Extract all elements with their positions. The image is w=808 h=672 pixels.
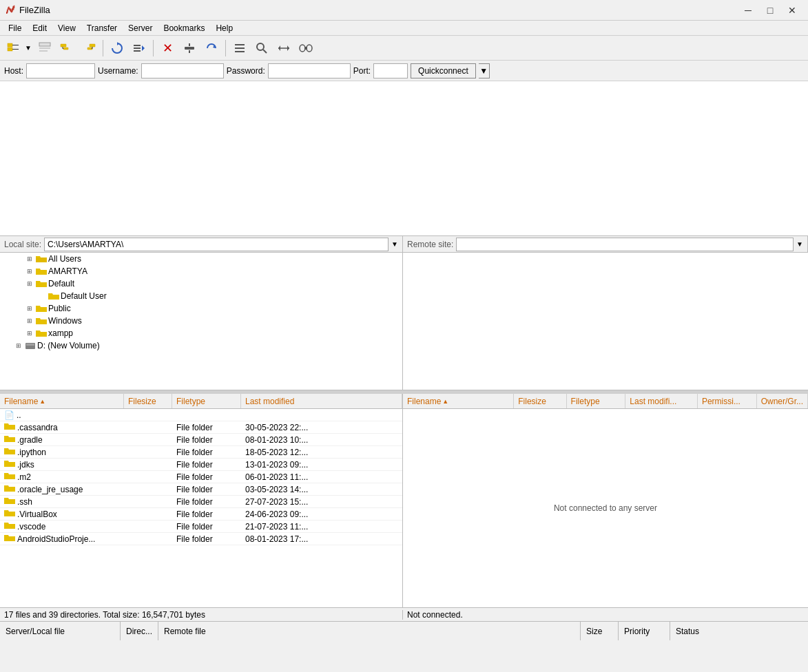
- folder-icon: [4, 533, 15, 545]
- col-lastmodified[interactable]: Last modified: [241, 394, 402, 408]
- svg-marker-15: [117, 42, 119, 45]
- folder-icon: [36, 304, 47, 313]
- col-label: Filesize: [518, 397, 546, 406]
- file-row[interactable]: .cassandra File folder 30-05-2023 22:...: [0, 421, 402, 434]
- folder-icon: [4, 521, 15, 532]
- tree-item-public[interactable]: ⊞ Public: [0, 302, 402, 315]
- col-r-filename[interactable]: Filename ▲: [403, 394, 514, 408]
- folder-icon: [4, 471, 15, 483]
- col-filename[interactable]: Filename ▲: [0, 394, 124, 408]
- folder-icon: [4, 434, 15, 445]
- site-manager-dropdown[interactable]: ▼: [23, 39, 33, 58]
- password-input[interactable]: [268, 63, 351, 78]
- col-filetype[interactable]: Filetype: [172, 394, 241, 408]
- col-label: Last modifi...: [630, 397, 676, 406]
- dir-comparison-button[interactable]: [273, 39, 294, 58]
- file-row[interactable]: .ipython File folder 18-05-2023 12:...: [0, 446, 402, 459]
- file-row[interactable]: .m2 File folder 06-01-2023 11:...: [0, 471, 402, 483]
- file-type: File folder: [172, 497, 241, 507]
- queue-server-local-label: Server/Local file: [6, 627, 65, 636]
- col-r-filetype[interactable]: Filetype: [567, 394, 626, 408]
- process-queue-button[interactable]: [129, 39, 149, 58]
- binoculars-button[interactable]: [296, 39, 316, 58]
- host-input[interactable]: [26, 63, 95, 78]
- toggle-log-button[interactable]: [34, 39, 55, 58]
- quickconnect-dropdown[interactable]: ▼: [479, 63, 490, 78]
- file-row[interactable]: .oracle_jre_usage File folder 03-05-2023…: [0, 483, 402, 496]
- expand-icon[interactable]: ⊞: [25, 304, 34, 313]
- tree-item-all-users[interactable]: ⊞ All Users: [0, 253, 402, 265]
- file-row[interactable]: AndroidStudioProje... File folder 08-01-…: [0, 533, 402, 545]
- tree-item-d-drive[interactable]: ⊞ D: (New Volume): [0, 339, 402, 352]
- file-name: .vscode: [17, 522, 45, 532]
- toggle-remote-tree-button[interactable]: [79, 39, 99, 58]
- menu-bookmarks[interactable]: Bookmarks: [158, 22, 210, 34]
- show-queue-button[interactable]: [229, 39, 250, 58]
- minimize-button[interactable]: ─: [738, 3, 758, 17]
- svg-rect-1: [8, 48, 12, 51]
- site-manager-button[interactable]: [3, 39, 23, 58]
- file-modified: 27-07-2023 15:...: [241, 497, 402, 507]
- panes-header: Local site: ▼ Remote site: ▼: [0, 236, 808, 253]
- file-row[interactable]: .ssh File folder 27-07-2023 15:...: [0, 496, 402, 508]
- menu-edit[interactable]: Edit: [27, 22, 52, 34]
- remote-tree-pane: [403, 253, 808, 390]
- menu-server[interactable]: Server: [123, 22, 158, 34]
- tree-item-windows[interactable]: ⊞ Windows: [0, 315, 402, 327]
- file-row[interactable]: .jdks File folder 13-01-2023 09:...: [0, 459, 402, 471]
- col-r-filesize[interactable]: Filesize: [514, 394, 566, 408]
- menu-view[interactable]: View: [52, 22, 81, 34]
- queue-status-label: Status: [676, 627, 699, 636]
- port-input[interactable]: [373, 63, 408, 78]
- search-remote-button[interactable]: [251, 39, 272, 58]
- col-r-owner[interactable]: Owner/Gr...: [757, 394, 808, 408]
- close-button[interactable]: ✕: [782, 3, 802, 17]
- refresh-button[interactable]: [107, 39, 127, 58]
- tree-item-xampp[interactable]: ⊞ xampp: [0, 327, 402, 339]
- col-filesize[interactable]: Filesize: [124, 394, 172, 408]
- menu-file[interactable]: File: [3, 22, 27, 34]
- file-row[interactable]: .VirtualBox File folder 24-06-2023 09:..…: [0, 508, 402, 521]
- tree-item-label: All Users: [48, 254, 81, 264]
- username-input[interactable]: [141, 63, 224, 78]
- file-name: .ssh: [17, 497, 32, 507]
- tree-item-label: D: (New Volume): [37, 341, 100, 350]
- file-row[interactable]: .vscode File folder 21-07-2023 11:...: [0, 521, 402, 533]
- expand-icon[interactable]: ⊞: [25, 254, 34, 264]
- queue-priority: Priority: [619, 622, 670, 640]
- remote-path-input[interactable]: [456, 238, 794, 251]
- expand-icon[interactable]: ⊞: [25, 328, 34, 338]
- svg-rect-0: [8, 43, 12, 47]
- col-label: Owner/Gr...: [761, 397, 803, 406]
- reconnect-button[interactable]: [201, 39, 222, 58]
- tree-item-default[interactable]: ⊞ Default: [0, 277, 402, 290]
- file-modified: 30-05-2023 22:...: [241, 423, 402, 432]
- folder-icon: [36, 279, 47, 288]
- tree-item-amartya[interactable]: ⊞ AMARTYA: [0, 265, 402, 277]
- remote-path-dropdown[interactable]: ▼: [796, 240, 803, 248]
- cancel-button[interactable]: ✕: [157, 39, 178, 58]
- quickconnect-button[interactable]: Quickconnect: [411, 63, 476, 78]
- maximize-button[interactable]: □: [760, 3, 780, 17]
- col-r-permissions[interactable]: Permissi...: [698, 394, 757, 408]
- expand-icon[interactable]: ⊞: [25, 316, 34, 326]
- file-row-parent[interactable]: 📄 ..: [0, 409, 402, 421]
- toggle-local-tree-button[interactable]: [56, 39, 77, 58]
- expand-icon[interactable]: ⊞: [25, 279, 34, 288]
- expand-icon[interactable]: ⊞: [14, 341, 23, 350]
- menu-help[interactable]: Help: [210, 22, 238, 34]
- menu-transfer[interactable]: Transfer: [81, 22, 123, 34]
- tree-item-default-user[interactable]: ⊞ Default User: [0, 290, 402, 302]
- remote-site-header: Remote site: ▼: [403, 236, 808, 252]
- file-type: File folder: [172, 510, 241, 519]
- local-path-input[interactable]: [44, 238, 389, 251]
- svg-rect-36: [26, 344, 34, 346]
- col-label: Permissi...: [702, 397, 740, 406]
- disconnect-button[interactable]: [179, 39, 200, 58]
- local-path-dropdown[interactable]: ▼: [391, 240, 398, 248]
- local-site-label: Local site:: [4, 240, 41, 249]
- expand-icon[interactable]: ⊞: [25, 266, 34, 276]
- col-r-lastmodified[interactable]: Last modifi...: [625, 394, 698, 408]
- file-row[interactable]: .gradle File folder 08-01-2023 10:...: [0, 434, 402, 446]
- svg-rect-6: [39, 50, 48, 52]
